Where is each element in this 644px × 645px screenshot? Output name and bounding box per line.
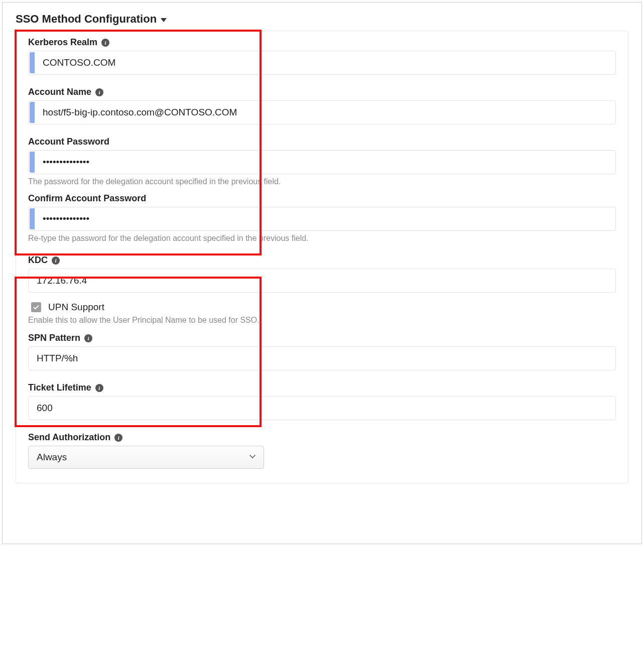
field-kerberos-realm: Kerberos Realm i bbox=[28, 37, 616, 75]
required-marker bbox=[30, 208, 35, 229]
field-spn-pattern: SPN Pattern i bbox=[28, 333, 616, 370]
kerberos-realm-label: Kerberos Realm bbox=[28, 37, 97, 48]
field-send-authorization: Send Authorization i Always bbox=[28, 432, 616, 469]
chevron-down-icon bbox=[248, 452, 256, 462]
required-marker bbox=[30, 152, 35, 173]
field-kdc: KDC i bbox=[28, 255, 616, 293]
upn-support-help: Enable this to allow the User Principal … bbox=[28, 316, 616, 325]
send-authorization-select[interactable]: Always bbox=[28, 446, 264, 469]
ticket-lifetime-label: Ticket Lifetime bbox=[28, 382, 91, 393]
send-authorization-value: Always bbox=[37, 452, 67, 463]
account-password-label: Account Password bbox=[28, 137, 109, 147]
kdc-label: KDC bbox=[28, 255, 48, 266]
account-password-help: The password for the delegation account … bbox=[28, 177, 616, 186]
field-account-name: Account Name i bbox=[28, 87, 616, 124]
confirm-account-password-label: Confirm Account Password bbox=[28, 193, 146, 204]
info-icon[interactable]: i bbox=[95, 88, 103, 96]
caret-down-icon bbox=[161, 18, 167, 22]
field-account-password: Account Password The password for the de… bbox=[28, 137, 616, 186]
info-icon[interactable]: i bbox=[114, 434, 122, 442]
info-icon[interactable]: i bbox=[84, 334, 92, 342]
page-frame: SSO Method Configuration Kerberos Realm … bbox=[2, 2, 642, 544]
send-authorization-label: Send Authorization bbox=[28, 432, 110, 443]
upn-support-label: UPN Support bbox=[48, 302, 104, 313]
confirm-account-password-help: Re-type the password for the delegation … bbox=[28, 234, 616, 243]
account-password-input[interactable] bbox=[35, 151, 615, 174]
info-icon[interactable]: i bbox=[52, 256, 60, 265]
field-ticket-lifetime: Ticket Lifetime i bbox=[28, 382, 616, 420]
section-title: SSO Method Configuration bbox=[16, 13, 157, 26]
kdc-input[interactable] bbox=[29, 269, 615, 292]
info-icon[interactable]: i bbox=[95, 384, 103, 392]
required-marker bbox=[30, 102, 35, 123]
account-name-label: Account Name bbox=[28, 87, 91, 97]
required-marker bbox=[30, 52, 35, 73]
field-upn-support: UPN Support Enable this to allow the Use… bbox=[28, 302, 616, 325]
section-toggle[interactable]: SSO Method Configuration bbox=[16, 13, 628, 26]
upn-support-checkbox[interactable] bbox=[31, 302, 41, 312]
ticket-lifetime-input[interactable] bbox=[29, 397, 615, 420]
spn-pattern-input[interactable] bbox=[29, 347, 615, 370]
confirm-account-password-input[interactable] bbox=[35, 207, 615, 230]
info-icon[interactable]: i bbox=[101, 39, 109, 47]
spn-pattern-label: SPN Pattern bbox=[28, 333, 80, 343]
account-name-input[interactable] bbox=[35, 101, 615, 124]
field-confirm-account-password: Confirm Account Password Re-type the pas… bbox=[28, 193, 616, 243]
kerberos-realm-input[interactable] bbox=[35, 51, 615, 74]
check-icon bbox=[33, 304, 40, 311]
section-body: Kerberos Realm i Account Name i Account … bbox=[16, 31, 628, 483]
